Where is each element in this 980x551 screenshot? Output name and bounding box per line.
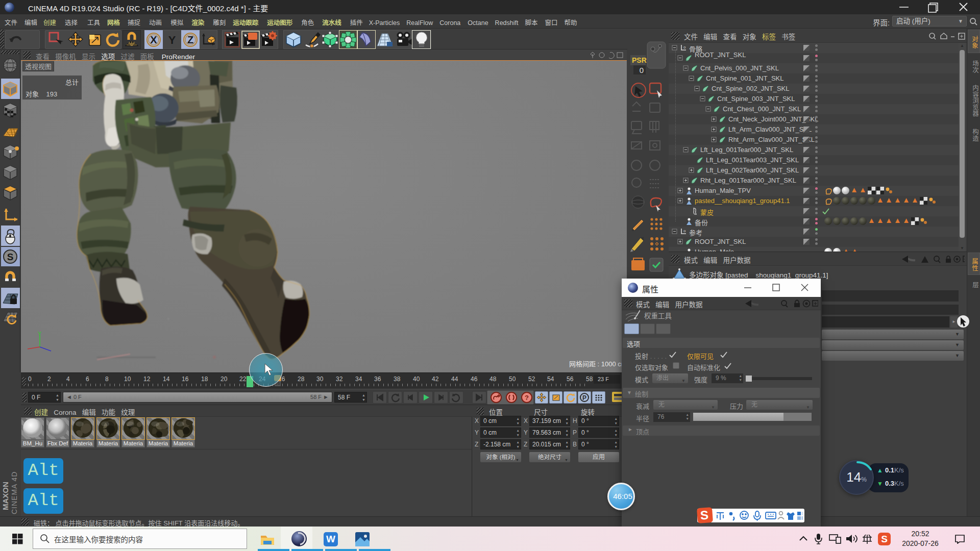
svg-text:PSR: PSR [632,56,647,64]
svg-text:o: o [683,45,686,49]
svg-text:Y: Y [168,34,176,46]
svg-text:X: X [150,34,157,45]
svg-text:Z: Z [187,34,193,45]
svg-text:0: 0 [640,66,644,74]
svg-text:?: ? [525,394,529,402]
svg-text:o: o [683,229,686,233]
svg-text:P: P [582,394,586,402]
svg-text:Y: Y [38,331,42,337]
svg-text:S: S [7,252,14,262]
